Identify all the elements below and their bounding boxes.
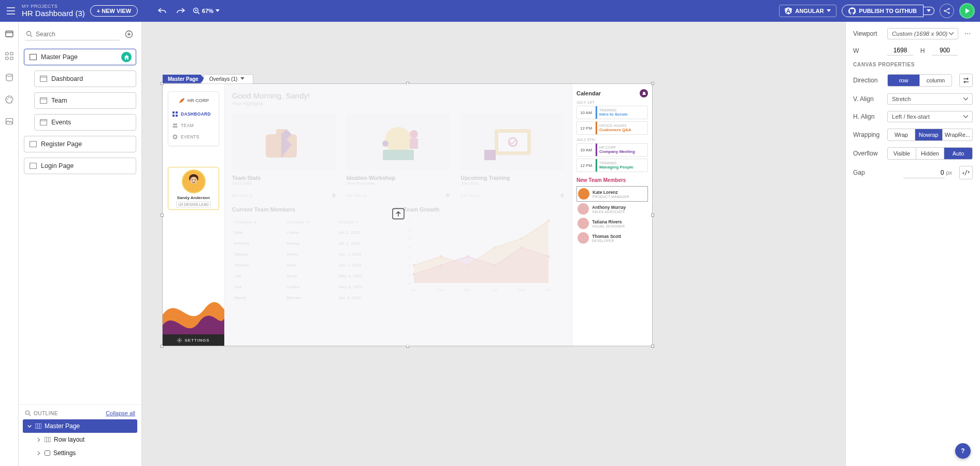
svg-text:4: 4: [409, 246, 411, 249]
publish-button[interactable]: PUBLISH TO GITHUB: [842, 5, 934, 17]
topbar: MY PROJECTS HR Dashboard (3) + NEW VIEW …: [0, 0, 980, 22]
bell-icon: [640, 89, 648, 97]
valign-select[interactable]: Stretch: [887, 93, 973, 105]
chevron-right-icon: [36, 451, 41, 456]
resize-handle[interactable]: [651, 345, 654, 348]
resize-handle[interactable]: [651, 82, 654, 85]
mock-members-panel: Current Team Members FirstName ▾LastName…: [232, 206, 393, 304]
overflow-auto-button[interactable]: Auto: [944, 148, 972, 159]
design-frame[interactable]: HR CORP DASHBOARD TEAM EVENTS: [163, 84, 652, 346]
properties-panel: Viewport Custom (1698 x 900) ⋯ W H CANVA…: [845, 22, 980, 466]
canvas[interactable]: Master Page Overlays (1) HR CORP: [142, 22, 845, 466]
svg-point-22: [26, 411, 30, 415]
share-button[interactable]: [940, 4, 954, 18]
more-menu-button[interactable]: ⋯: [962, 30, 973, 37]
rail-theme-icon[interactable]: [4, 94, 15, 105]
redo-icon[interactable]: [174, 4, 188, 18]
project-name[interactable]: HR Dashboard (3): [22, 9, 85, 18]
mock-highlight-card: Upcoming Training July 2022 DETAILS: [460, 114, 565, 198]
add-page-button[interactable]: [123, 28, 135, 40]
page-item-events[interactable]: Events: [34, 114, 136, 131]
search-icon: [26, 31, 33, 37]
svg-rect-26: [172, 111, 175, 114]
chevron-down-icon: [215, 9, 220, 12]
bell-icon: [332, 193, 336, 198]
outline-item-rowlayout[interactable]: Row layout: [23, 433, 137, 446]
mock-nav-events: EVENTS: [171, 131, 215, 143]
overflow-hidden-button[interactable]: Hidden: [916, 148, 945, 159]
direction-row-button[interactable]: row: [888, 75, 920, 86]
svg-point-44: [410, 130, 418, 138]
svg-point-72: [547, 220, 550, 222]
search-input-wrapper[interactable]: [25, 29, 120, 40]
swap-direction-button[interactable]: [959, 74, 973, 87]
nowrap-button[interactable]: Nowrap: [915, 129, 943, 140]
page-item-team[interactable]: Team: [34, 92, 136, 109]
left-rail: [0, 22, 19, 466]
svg-rect-20: [30, 142, 37, 147]
svg-rect-27: [176, 111, 178, 114]
height-input[interactable]: [932, 46, 958, 55]
page-item-master[interactable]: Master Page: [24, 49, 136, 65]
mock-nav-dashboard: DASHBOARD: [171, 108, 215, 120]
page-item-dashboard[interactable]: Dashboard: [34, 70, 136, 87]
svg-text:May: May: [518, 288, 525, 292]
svg-rect-45: [410, 138, 418, 149]
rail-components-icon[interactable]: [4, 51, 15, 61]
width-input[interactable]: [887, 46, 913, 55]
svg-rect-50: [484, 150, 496, 160]
outline-item-master[interactable]: Master Page: [23, 419, 137, 433]
canvas-tab-master[interactable]: Master Page: [163, 75, 205, 83]
preview-button[interactable]: [959, 3, 975, 19]
collapse-all-link[interactable]: Collapse all: [106, 410, 135, 416]
svg-rect-18: [40, 98, 47, 104]
rail-pages-icon[interactable]: [4, 29, 15, 39]
publish-dropdown[interactable]: [924, 7, 934, 15]
chevron-down-icon: [27, 424, 32, 429]
svg-text:2: 2: [409, 264, 411, 267]
page-item-register[interactable]: Register Page: [24, 136, 136, 152]
viewport-select[interactable]: Custom (1698 x 900): [887, 28, 958, 39]
gap-lock-button[interactable]: [959, 166, 973, 179]
wrapreverse-button[interactable]: WrapRe...: [943, 129, 972, 140]
resize-handle[interactable]: [651, 214, 654, 217]
overflow-visible-button[interactable]: Visible: [888, 148, 916, 159]
canvas-tab-overlays[interactable]: Overlays (1): [201, 74, 253, 84]
outline-item-settings[interactable]: Settings: [23, 446, 137, 460]
chevron-right-icon: [36, 437, 41, 442]
svg-point-31: [175, 123, 177, 125]
canvas-breadcrumb: Master Page Overlays (1): [163, 74, 253, 84]
chevron-down-icon: [240, 77, 244, 80]
svg-point-37: [195, 179, 196, 180]
zoom-value: 67%: [202, 8, 213, 14]
zoom-control[interactable]: 67%: [193, 7, 220, 15]
svg-text:3: 3: [409, 255, 411, 259]
direction-column-button[interactable]: column: [920, 75, 952, 86]
svg-rect-24: [45, 437, 51, 442]
halign-select[interactable]: Left / flex-start: [887, 111, 973, 122]
mock-nav-team: TEAM: [171, 120, 215, 131]
wrap-button[interactable]: Wrap: [888, 129, 915, 140]
gap-input[interactable]: [903, 167, 945, 178]
svg-point-71: [521, 237, 523, 239]
rail-assets-icon[interactable]: [4, 116, 15, 126]
new-view-button[interactable]: + NEW VIEW: [90, 5, 138, 17]
svg-text:Jun: Jun: [545, 288, 552, 292]
rail-data-icon[interactable]: [4, 73, 15, 83]
svg-rect-6: [10, 52, 13, 55]
page-icon: [30, 54, 37, 60]
mock-greeting: Good Morning, Sandy!: [232, 91, 565, 100]
svg-text:Apr: Apr: [492, 288, 498, 292]
undo-icon[interactable]: [155, 4, 169, 18]
svg-text:Jan: Jan: [411, 288, 417, 292]
svg-rect-29: [176, 115, 178, 117]
home-badge-icon: [121, 52, 132, 62]
help-fab[interactable]: ?: [955, 443, 971, 459]
search-input[interactable]: [36, 31, 119, 38]
framework-select[interactable]: ANGULAR: [779, 5, 837, 17]
menu-icon[interactable]: [5, 5, 17, 17]
layout-icon: [35, 423, 41, 429]
page-item-login[interactable]: Login Page: [24, 158, 136, 174]
svg-rect-4: [6, 31, 13, 37]
mock-profile-card: Sandy Anderson UX DESIGN LEAD: [168, 167, 219, 210]
